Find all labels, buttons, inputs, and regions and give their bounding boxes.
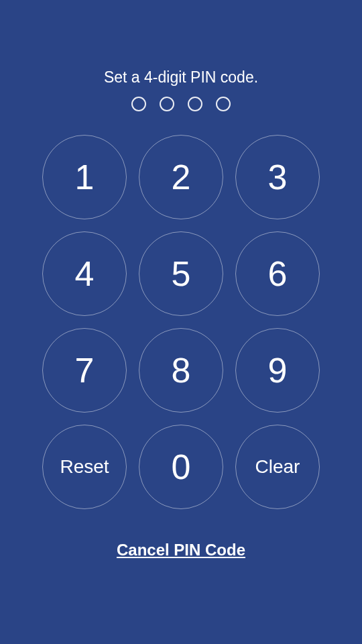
keypad-4-button[interactable]: 4 <box>42 231 127 316</box>
keypad-9-button[interactable]: 9 <box>235 328 320 413</box>
keypad-3-button[interactable]: 3 <box>235 135 320 219</box>
pin-dot-3 <box>188 97 202 111</box>
pin-dot-4 <box>216 97 231 111</box>
keypad-2-button[interactable]: 2 <box>139 135 223 219</box>
keypad: 1 2 3 4 5 6 7 8 9 Reset 0 Clear <box>42 135 320 509</box>
footer: Cancel PIN Code <box>117 509 245 644</box>
page-title: Set a 4-digit PIN code. <box>104 68 258 87</box>
pin-dot-2 <box>160 97 174 111</box>
keypad-0-button[interactable]: 0 <box>139 425 223 509</box>
keypad-7-button[interactable]: 7 <box>42 328 127 413</box>
keypad-8-button[interactable]: 8 <box>139 328 223 413</box>
pin-entry-screen: Set a 4-digit PIN code. 1 2 3 4 5 6 7 8 … <box>0 0 362 644</box>
keypad-6-button[interactable]: 6 <box>235 231 320 316</box>
pin-progress-dots <box>131 97 231 111</box>
reset-button[interactable]: Reset <box>42 425 127 509</box>
pin-dot-1 <box>131 97 146 111</box>
keypad-5-button[interactable]: 5 <box>139 231 223 316</box>
cancel-pin-code-link[interactable]: Cancel PIN Code <box>117 541 245 559</box>
clear-button[interactable]: Clear <box>235 425 320 509</box>
keypad-1-button[interactable]: 1 <box>42 135 127 219</box>
